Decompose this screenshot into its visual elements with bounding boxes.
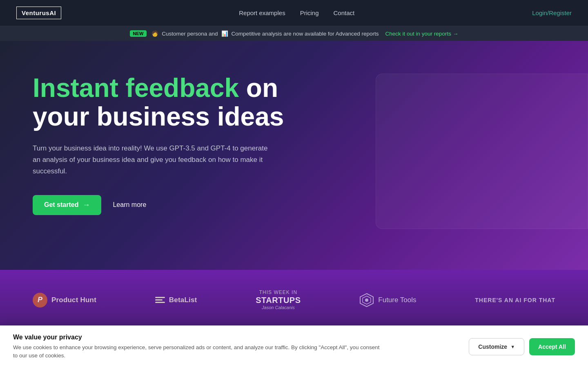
new-badge: New: [130, 30, 147, 37]
learn-more-button[interactable]: Learn more: [113, 201, 146, 209]
theres-an-ai-label: THERE'S AN AI FOR THAT: [475, 297, 555, 303]
chevron-down-icon: ▼: [510, 344, 515, 349]
logo-betalist: BetaList: [155, 296, 197, 304]
cookie-buttons: Customize ▼ Accept All: [469, 338, 575, 355]
announcement-link[interactable]: Check it out in your reports →: [385, 31, 459, 37]
hero-title-white: your business ideas: [33, 102, 284, 131]
customize-label: Customize: [478, 343, 507, 350]
cookie-banner: We value your privacy We use cookies to …: [0, 325, 588, 368]
nav-report-examples[interactable]: Report examples: [239, 9, 285, 16]
announcement-text2: Competitive analysis are now available f…: [232, 31, 379, 37]
hero-title-on: on: [246, 73, 278, 103]
hero-decoration: [376, 74, 588, 229]
twis-logo-block: THIS WEEK IN STARTUPS Jason Calacanis: [256, 289, 301, 311]
hero-subtitle: Turn your business idea into reality! We…: [33, 143, 270, 177]
announcement-text1: Customer persona and: [162, 31, 218, 37]
product-hunt-label: Product Hunt: [51, 296, 96, 304]
announcement-link-label: Check it out in your reports: [385, 31, 451, 37]
hero-title: Instant feedback on your business ideas: [33, 74, 318, 131]
accept-all-button[interactable]: Accept All: [529, 338, 575, 355]
twis-sub-text: Jason Calacanis: [262, 305, 295, 310]
twis-top-text: THIS WEEK IN: [259, 289, 297, 295]
cookie-title: We value your privacy: [13, 334, 381, 341]
customize-button[interactable]: Customize ▼: [469, 338, 524, 355]
twis-main-text: STARTUPS: [256, 295, 301, 305]
navbar: VenturusAI Report examples Pricing Conta…: [0, 0, 588, 26]
product-hunt-icon: P: [33, 293, 47, 307]
svg-point-2: [365, 298, 368, 302]
announcement-bar: New 🧑 Customer persona and 📊 Competitive…: [0, 26, 588, 41]
betalist-label: BetaList: [169, 296, 197, 304]
get-started-arrow: →: [82, 201, 90, 209]
get-started-button[interactable]: Get started →: [33, 195, 101, 215]
future-tools-icon: [359, 293, 374, 307]
nav-pricing[interactable]: Pricing: [300, 9, 319, 16]
future-tools-label: Future Tools: [378, 296, 416, 304]
hero-title-green: Instant feedback: [33, 73, 239, 103]
announcement-link-arrow: →: [453, 31, 459, 37]
cookie-text-block: We value your privacy We use cookies to …: [13, 334, 381, 360]
betalist-icon: [155, 297, 165, 303]
announcement-icon1: 🧑: [151, 30, 158, 37]
hero-cta: Get started → Learn more: [33, 195, 318, 215]
logo-this-week-startups: THIS WEEK IN STARTUPS Jason Calacanis: [256, 289, 301, 311]
hero-section: Instant feedback on your business ideas …: [0, 41, 588, 270]
logos-section: P Product Hunt BetaList THIS WEEK IN STA…: [0, 270, 588, 330]
logo-theres-an-ai: THERE'S AN AI FOR THAT: [475, 297, 555, 303]
logo-future-tools: Future Tools: [359, 293, 416, 307]
get-started-label: Get started: [44, 201, 78, 209]
login-register-link[interactable]: Login/Register: [532, 9, 572, 16]
cookie-description: We use cookies to enhance your browsing …: [13, 343, 381, 360]
logo-product-hunt: P Product Hunt: [33, 293, 96, 307]
announcement-icon2: 📊: [221, 30, 228, 37]
nav-contact[interactable]: Contact: [334, 9, 355, 16]
brand-logo[interactable]: VenturusAI: [16, 7, 61, 19]
hero-content: Instant feedback on your business ideas …: [33, 74, 318, 215]
